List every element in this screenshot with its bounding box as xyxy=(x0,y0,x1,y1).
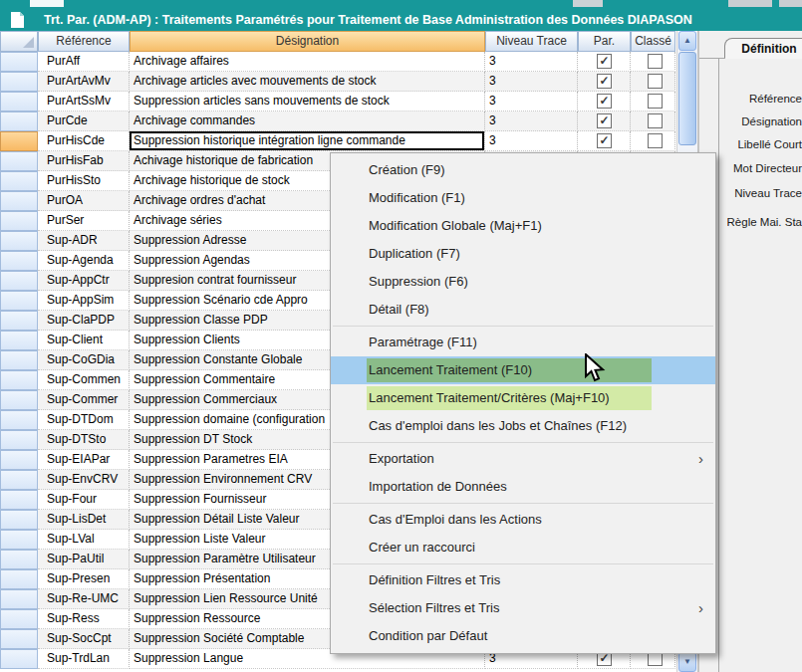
row-selector[interactable] xyxy=(0,72,38,92)
reference-cell[interactable]: Sup-ADR xyxy=(38,231,130,251)
menu-item-4[interactable]: Suppression (F6) xyxy=(331,268,715,296)
table-row[interactable]: Archivage articles avec mouvements de st… xyxy=(0,72,675,92)
reference-cell[interactable]: PurHisSto xyxy=(38,171,130,191)
column-header-designation[interactable]: Désignation xyxy=(130,31,485,52)
menu-item-0[interactable]: Création (F9) xyxy=(331,156,715,184)
row-selector[interactable] xyxy=(0,231,38,251)
classe-checkbox[interactable] xyxy=(648,113,663,128)
reference-cell[interactable]: PurHisFab xyxy=(38,151,130,171)
table-row[interactable]: Archivage affairesPurAff3✓ xyxy=(0,52,675,72)
reference-cell[interactable]: Sup-EIAPar xyxy=(38,450,130,470)
reference-cell[interactable]: Sup-Commer xyxy=(38,390,130,410)
designation-cell[interactable]: Suppression articles sans mouvements de … xyxy=(130,92,485,112)
par-checkbox[interactable]: ✓ xyxy=(597,133,612,148)
niveau-trace-cell[interactable]: 3 xyxy=(485,52,578,72)
row-selector[interactable] xyxy=(0,410,38,430)
menu-item-7[interactable]: Paramétrage (F11) xyxy=(331,329,715,356)
reference-cell[interactable]: Sup-CoGDia xyxy=(38,350,130,370)
row-selector[interactable] xyxy=(0,291,38,311)
row-selector[interactable] xyxy=(0,569,38,589)
niveau-trace-cell[interactable]: 3 xyxy=(485,112,578,131)
menu-item-5[interactable]: Détail (F8) xyxy=(331,296,715,324)
row-selector[interactable] xyxy=(0,390,38,410)
menu-item-1[interactable]: Modification (F1) xyxy=(331,184,715,212)
classe-checkbox[interactable] xyxy=(648,74,663,89)
table-row[interactable]: Suppression articles sans mouvements de … xyxy=(0,92,675,112)
menu-item-3[interactable]: Duplication (F7) xyxy=(331,240,715,268)
menu-item-16[interactable]: Créer un raccourci xyxy=(331,534,715,561)
reference-cell[interactable]: PurArtAvMv xyxy=(38,72,130,92)
par-checkbox[interactable]: ✓ xyxy=(597,54,612,69)
niveau-trace-cell[interactable]: 3 xyxy=(485,92,578,112)
reference-cell[interactable]: Sup-AppSim xyxy=(38,291,130,311)
row-selector[interactable] xyxy=(0,251,38,271)
row-selector[interactable] xyxy=(0,649,38,669)
designation-cell[interactable]: Archivage affaires xyxy=(130,52,485,72)
tab-definition[interactable]: Définition xyxy=(724,38,802,59)
row-selector[interactable] xyxy=(0,609,38,629)
row-selector[interactable] xyxy=(0,589,38,609)
reference-cell[interactable]: Sup-Agenda xyxy=(38,251,130,271)
reference-cell[interactable]: Sup-ClaPDP xyxy=(38,311,130,331)
row-selector[interactable] xyxy=(0,311,38,331)
menu-item-12[interactable]: Exportation› xyxy=(331,445,715,473)
menu-item-20[interactable]: Condition par Défaut xyxy=(331,622,715,650)
row-selector[interactable] xyxy=(0,191,38,211)
reference-cell[interactable]: Sup-SocCpt xyxy=(38,629,130,649)
row-selector[interactable] xyxy=(0,92,38,112)
designation-cell[interactable]: Archivage articles avec mouvements de st… xyxy=(130,72,485,92)
menu-item-8[interactable]: Lancement Traitement (F10) xyxy=(331,356,715,384)
designation-cell[interactable]: Suppression historique intégration ligne… xyxy=(130,131,485,151)
niveau-trace-cell[interactable]: 3 xyxy=(485,72,578,92)
row-selector[interactable] xyxy=(0,52,38,72)
column-header-par[interactable]: Par. xyxy=(578,31,631,52)
row-selector[interactable] xyxy=(0,331,38,350)
classe-checkbox[interactable] xyxy=(648,133,663,148)
reference-cell[interactable]: Sup-AppCtr xyxy=(38,271,130,291)
row-selector[interactable] xyxy=(0,211,38,231)
scroll-up-button[interactable]: ▲ xyxy=(678,31,696,51)
reference-cell[interactable]: PurSer xyxy=(38,211,130,231)
table-row[interactable]: Archivage commandesPurCde3✓ xyxy=(0,112,675,131)
par-checkbox[interactable]: ✓ xyxy=(597,74,612,89)
title-bar[interactable]: Trt. Par. (ADM-AP) : Traitements Paramét… xyxy=(0,8,802,31)
column-header-classe[interactable]: Classé xyxy=(631,31,675,52)
scrollbar-thumb[interactable] xyxy=(678,52,696,145)
reference-cell[interactable]: Sup-LVal xyxy=(38,530,130,550)
row-selector[interactable] xyxy=(0,171,38,191)
row-selector[interactable] xyxy=(0,271,38,291)
reference-cell[interactable]: Sup-TrdLan xyxy=(38,649,130,669)
row-selector[interactable] xyxy=(0,370,38,390)
reference-cell[interactable]: Sup-DTDom xyxy=(38,410,130,430)
reference-cell[interactable]: Sup-Re-UMC xyxy=(38,589,130,609)
menu-item-13[interactable]: Importation de Données xyxy=(331,473,715,501)
row-selector[interactable] xyxy=(0,450,38,470)
reference-cell[interactable]: Sup-Four xyxy=(38,490,130,510)
column-header-reference[interactable]: Référence xyxy=(38,31,130,52)
menu-item-19[interactable]: Sélection Filtres et Tris› xyxy=(331,594,715,622)
reference-cell[interactable]: PurAff xyxy=(38,52,130,72)
reference-cell[interactable]: Sup-Commen xyxy=(38,370,130,390)
reference-cell[interactable]: PurOA xyxy=(38,191,130,211)
row-selector[interactable] xyxy=(0,530,38,550)
menu-item-2[interactable]: Modification Globale (Maj+F1) xyxy=(331,212,715,240)
niveau-trace-cell[interactable]: 3 xyxy=(485,131,578,151)
row-selector[interactable] xyxy=(0,490,38,510)
reference-cell[interactable]: PurHisCde xyxy=(38,131,130,151)
reference-cell[interactable]: Sup-Client xyxy=(38,331,130,350)
row-selector[interactable] xyxy=(0,112,38,131)
column-header-niveau-trace[interactable]: Niveau Trace xyxy=(485,31,578,52)
row-selector[interactable] xyxy=(0,350,38,370)
reference-cell[interactable]: PurCde xyxy=(38,112,130,131)
reference-cell[interactable]: Sup-Ress xyxy=(38,609,130,629)
row-selector[interactable] xyxy=(0,629,38,649)
par-checkbox[interactable]: ✓ xyxy=(597,94,612,109)
row-selector[interactable] xyxy=(0,510,38,530)
menu-item-18[interactable]: Définition Filtres et Tris xyxy=(331,566,715,594)
reference-cell[interactable]: Sup-PaUtil xyxy=(38,550,130,569)
designation-cell[interactable]: Archivage commandes xyxy=(130,112,485,131)
classe-checkbox[interactable] xyxy=(648,94,663,109)
select-all-corner-cell[interactable] xyxy=(0,31,38,52)
par-checkbox[interactable]: ✓ xyxy=(597,113,612,128)
menu-item-9[interactable]: Lancement Traitement/Critères (Maj+F10) xyxy=(331,384,715,412)
